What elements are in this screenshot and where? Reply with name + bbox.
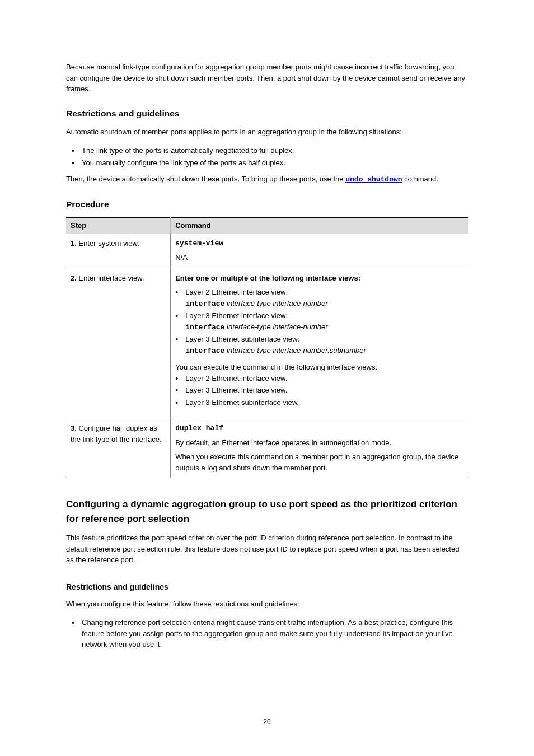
section1-para1: Automatic shutdown of member ports appli… [66,127,468,138]
cmd2-desc-list: Layer 2 Ethernet interface view. Layer 3… [175,373,463,408]
section1-bullets: The link type of the ports is automatica… [66,145,468,168]
cmd2-item2-label: Layer 3 Ethernet interface view: [185,311,288,320]
section1-after-suffix: command. [402,175,438,183]
cmd2-item1-label: Layer 2 Ethernet interface view: [185,288,288,296]
col-command: Command [171,218,468,234]
cmd2-item1: Layer 2 Ethernet interface view:interfac… [185,287,463,309]
cmd2-desc-item1: Layer 2 Ethernet interface view. [185,373,463,384]
cmd2-item2-code: interface [185,323,224,332]
cmd3-desc2: When you execute this command on a membe… [175,451,463,473]
step-num-2: 2. [71,274,77,282]
procedure-title: Procedure [66,198,468,211]
cmd2-item3-args: interface-type interface-number.subnumbe… [227,346,366,354]
cmd-head-2: Enter one or multiple of the following i… [175,273,463,284]
step-num-3: 3. [71,424,77,432]
section1-bullet-1: The link type of the ports is automatica… [82,145,468,156]
step-label-3: Configure half duplex as the link type o… [71,424,162,444]
step-num-1: 1. [71,239,77,248]
cmd2-item3-code: interface [185,347,224,355]
section1-after-prefix: Then, the device automatically shut down… [66,175,345,183]
cmd2-desc-head: You can execute the command in the follo… [175,362,463,373]
intro-paragraph: Because manual link-type configuration f… [66,62,468,95]
table-row: 3. Configure half duplex as the link typ… [66,418,468,478]
table-header-row: Step Command [66,218,468,234]
section-restrictions-guidelines-title: Restrictions and guidelines [66,107,468,120]
page-number: 20 [0,717,534,727]
cmd2-item3: Layer 3 Ethernet subinterface view:inter… [185,334,463,356]
cmd2-desc-item3: Layer 3 Ethernet subinterface view. [185,397,463,408]
cmd-systemview: system-view [175,238,463,249]
step-label-1: Enter system view. [78,239,139,248]
cmd2-item2-args: interface-type interface-number [227,323,328,331]
step-label-2: Enter interface view. [78,274,144,282]
section3-para: This feature prioritizes the port speed … [66,533,468,566]
section4-bullet-1: Changing reference port selection criter… [82,617,468,650]
cmd-duplex: duplex half [175,423,463,434]
section4-bullets: Changing reference port selection criter… [66,617,468,650]
cmd2-item2: Layer 3 Ethernet interface view:interfac… [185,310,463,333]
undo-shutdown-link[interactable]: undo shutdown [345,175,402,184]
section3-title: Configuring a dynamic aggregation group … [66,497,468,526]
col-step: Step [66,218,171,234]
section1-after: Then, the device automatically shut down… [66,174,468,185]
table-row: 2. Enter interface view. Enter one or mu… [66,268,468,418]
section4-para1: When you configure this feature, follow … [66,599,468,610]
cmd-desc-1: N/A [175,252,463,263]
cmd2-item3-label: Layer 3 Ethernet subinterface view: [185,335,299,343]
cmd-list-2: Layer 2 Ethernet interface view:interfac… [175,287,463,356]
cmd2-item1-args: interface-type interface-number [227,299,328,307]
cmd2-item1-code: interface [185,300,224,308]
section1-bullet-2: You manually configure the link type of … [82,157,468,169]
procedure-table: Step Command 1. Enter system view. syste… [66,217,468,478]
table-row: 1. Enter system view. system-view N/A [66,234,468,268]
section4-title: Restrictions and guidelines [66,581,468,593]
cmd3-desc1: By default, an Ethernet interface operat… [175,437,463,449]
cmd2-desc-item2: Layer 3 Ethernet interface view. [185,385,463,396]
